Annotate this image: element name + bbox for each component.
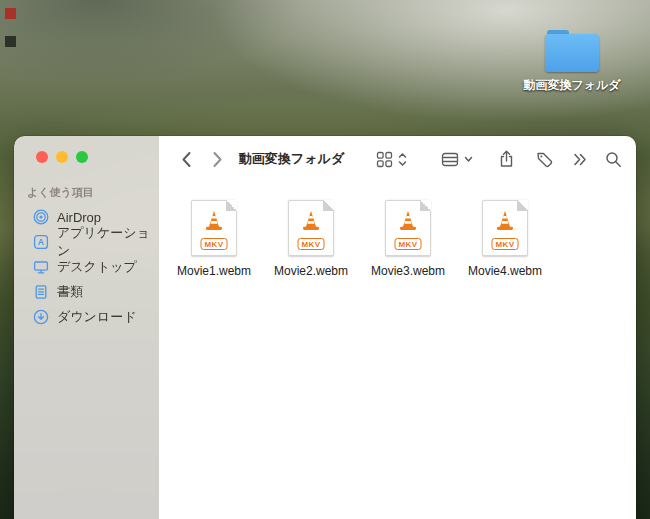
chevron-down-icon[interactable] xyxy=(464,156,473,163)
file-item[interactable]: MKV Movie1.webm xyxy=(178,200,250,278)
finder-window: よく使う項目 AirDrop A アプリケーション xyxy=(14,136,636,519)
vlc-mkv-file-icon: MKV xyxy=(385,200,431,256)
vlc-mkv-file-icon: MKV xyxy=(191,200,237,256)
sidebar-item-documents[interactable]: 書類 xyxy=(20,280,153,304)
toolbar: 動画変換フォルダ xyxy=(159,136,636,182)
file-name: Movie3.webm xyxy=(371,264,445,278)
zoom-button[interactable] xyxy=(76,151,88,163)
double-chevron-right-icon[interactable] xyxy=(573,153,587,166)
sidebar-item-applications[interactable]: A アプリケーション xyxy=(20,230,153,254)
folder-icon[interactable] xyxy=(545,30,599,72)
documents-icon xyxy=(33,284,49,300)
sidebar-item-downloads[interactable]: ダウンロード xyxy=(20,305,153,329)
airdrop-icon xyxy=(33,209,49,225)
vlc-cone-icon xyxy=(492,206,518,236)
close-button[interactable] xyxy=(36,151,48,163)
main-pane: 動画変換フォルダ xyxy=(159,136,636,519)
file-name: Movie2.webm xyxy=(274,264,348,278)
downloads-icon xyxy=(33,309,49,325)
chevrons-up-down-icon[interactable] xyxy=(398,152,407,167)
vlc-mkv-file-icon: MKV xyxy=(482,200,528,256)
vlc-cone-icon xyxy=(395,206,421,236)
page-fold xyxy=(323,200,334,211)
file-item[interactable]: MKV Movie2.webm xyxy=(275,200,347,278)
window-title: 動画変換フォルダ xyxy=(239,150,344,168)
file-grid: MKV Movie1.webm MKV Movie2.webm xyxy=(159,182,636,519)
group-view-icon[interactable] xyxy=(441,152,459,167)
vlc-cone-icon xyxy=(298,206,324,236)
desktop-folder[interactable]: 動画変換フォルダ xyxy=(516,30,628,94)
file-type-badge: MKV xyxy=(492,238,519,250)
desktop-icon xyxy=(33,259,49,275)
wallpaper-detail xyxy=(5,8,16,19)
vlc-cone-icon xyxy=(201,206,227,236)
vlc-mkv-file-icon: MKV xyxy=(288,200,334,256)
window-controls xyxy=(14,151,159,163)
file-name: Movie4.webm xyxy=(468,264,542,278)
sidebar-item-label: AirDrop xyxy=(57,210,101,225)
sidebar-item-desktop[interactable]: デスクトップ xyxy=(20,255,153,279)
sidebar-item-label: 書類 xyxy=(57,283,83,301)
minimize-button[interactable] xyxy=(56,151,68,163)
file-type-badge: MKV xyxy=(201,238,228,250)
share-icon[interactable] xyxy=(499,150,514,168)
applications-icon: A xyxy=(33,234,49,250)
sidebar-item-label: デスクトップ xyxy=(57,258,137,276)
sidebar-item-label: ダウンロード xyxy=(57,308,137,326)
forward-button[interactable] xyxy=(212,151,223,168)
folder-body xyxy=(545,34,599,72)
page-fold xyxy=(226,200,237,211)
sidebar: よく使う項目 AirDrop A アプリケーション xyxy=(14,136,159,519)
file-type-badge: MKV xyxy=(395,238,422,250)
file-item[interactable]: MKV Movie3.webm xyxy=(372,200,444,278)
file-name: Movie1.webm xyxy=(177,264,251,278)
file-item[interactable]: MKV Movie4.webm xyxy=(469,200,541,278)
tag-icon[interactable] xyxy=(536,151,553,168)
grid-view-icon[interactable] xyxy=(376,151,393,168)
page-fold xyxy=(420,200,431,211)
wallpaper-detail xyxy=(5,36,16,47)
sidebar-section-label: よく使う項目 xyxy=(27,185,159,200)
file-type-badge: MKV xyxy=(298,238,325,250)
back-button[interactable] xyxy=(181,151,192,168)
sidebar-item-label: アプリケーション xyxy=(57,224,153,260)
search-icon[interactable] xyxy=(605,151,622,168)
svg-text:A: A xyxy=(38,237,44,247)
desktop-folder-label: 動画変換フォルダ xyxy=(516,77,628,94)
page-fold xyxy=(517,200,528,211)
